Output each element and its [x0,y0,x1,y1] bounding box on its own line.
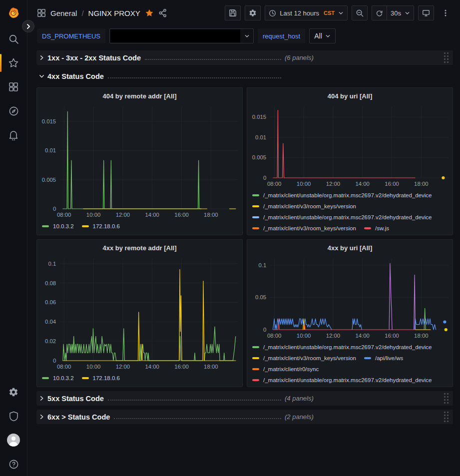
legend-series-name: 172.18.0.6 [93,221,120,232]
refresh-button[interactable] [372,5,387,20]
sidebar-item-security[interactable] [0,404,27,428]
sidebar-item-search[interactable] [0,27,27,51]
legend-series-name: /_matrix/client/v3/room_keys/version [263,353,356,364]
dashboards-grid-icon[interactable] [37,8,46,17]
legend-series-swatch [252,357,259,359]
legend-item[interactable]: /_matrix/client/r0/sync [252,364,319,375]
sidebar-item-settings[interactable] [0,380,27,404]
expand-sidebar-button[interactable] [22,20,34,32]
datasource-variable-label[interactable]: DS_PROMETHEUS [37,28,105,43]
time-range-picker[interactable]: Last 12 hours CST [265,5,348,20]
legend-item[interactable]: /_matrix/client/v3/room_keys/version [252,201,356,212]
panel-title[interactable]: 404 by uri [All] [247,88,453,104]
legend-series-swatch [42,225,49,227]
legend-series-name: /_matrix/client/unstable/org.matrix.msc2… [263,375,432,385]
svg-text:0: 0 [53,206,56,212]
svg-text:0: 0 [53,358,56,364]
legend-item[interactable]: /_matrix/client/v3/room_keys/version [252,353,356,364]
legend-series-name: 10.0.3.2 [53,221,74,232]
share-icon[interactable] [158,8,167,17]
nav-sidebar [0,0,27,476]
row-toggle[interactable]: 6xx > Status Code [39,413,285,421]
row-toggle[interactable]: 5xx Status Code [39,395,285,403]
sidebar-item-explore[interactable] [0,99,27,123]
clock-icon [269,9,276,17]
sidebar-item-alerting[interactable] [0,123,27,147]
legend-item[interactable]: /sw.js [364,223,389,233]
dashboard-variables-row: DS_PROMETHEUS request_host All [28,26,460,48]
legend-item[interactable]: 172.18.0.6 [82,221,120,232]
svg-text:0.05: 0.05 [255,295,266,301]
row-4xx[interactable]: 4xx Status Code [36,69,453,83]
svg-text:08:00: 08:00 [57,212,71,218]
dashboard-content: 1xx - 3xx - 2xx Status Code (6 panels) 4… [28,48,460,424]
legend-item[interactable]: /_matrix/client/unstable/org.matrix.msc2… [252,375,432,385]
row-drag-handle[interactable] [443,51,450,64]
timezone-label: CST [324,10,335,16]
svg-text:16:00: 16:00 [385,181,399,187]
svg-text:14:00: 14:00 [355,333,369,339]
compass-icon [8,106,19,116]
svg-text:16:00: 16:00 [174,364,188,370]
timeseries-plot[interactable]: 00.0050.010.01508:0010:0012:0014:0016:00… [247,104,453,189]
panel-title[interactable]: 404 by remote addr [All] [37,88,242,104]
row-drag-handle[interactable] [443,392,450,405]
svg-text:10:00: 10:00 [86,212,100,218]
request-host-select[interactable]: All [309,28,336,43]
svg-text:18:00: 18:00 [204,212,218,218]
sidebar-item-profile[interactable] [0,428,27,452]
datasource-select[interactable] [109,28,254,43]
row-6xx[interactable]: 6xx > Status Code (2 panels) [36,410,453,424]
legend-item[interactable]: /_matrix/client/unstable/org.matrix.msc2… [252,342,432,353]
panel-title[interactable]: 4xx by uri [All] [247,240,453,256]
legend-item[interactable]: /_matrix/client/unstable/org.matrix.msc2… [252,190,432,201]
row-dotted-leader [145,55,281,60]
favorite-star-icon[interactable] [145,8,154,17]
save-dashboard-button[interactable] [225,5,241,20]
legend-series-name: 10.0.3.2 [53,373,74,384]
timeseries-plot[interactable]: 00.0050.010.01508:0010:0012:0014:0016:00… [37,104,242,220]
timeseries-plot[interactable]: 00.020.040.060.080.108:0010:0012:0014:00… [37,256,242,372]
row-toggle[interactable]: 1xx - 3xx - 2xx Status Code [39,54,285,62]
legend-item[interactable]: 10.0.3.2 [42,221,74,232]
panel-title[interactable]: 4xx by remote addr [All] [37,240,242,256]
zoom-out-button[interactable] [352,5,368,20]
legend-item[interactable]: 10.0.3.2 [42,373,74,384]
row-drag-handle[interactable] [443,411,450,424]
sidebar-item-help[interactable] [0,452,27,476]
breadcrumb-dashboard-title[interactable]: NGINX PROXY [88,9,140,17]
legend-item[interactable]: /_matrix/client/v3/room_keys/version [252,223,356,233]
sidebar-item-starred[interactable] [0,51,27,75]
chevron-down-icon [325,33,331,39]
row-5xx[interactable]: 5xx Status Code (4 panels) [36,391,453,406]
dashboard-settings-button[interactable] [245,5,261,20]
legend-item[interactable]: 172.18.0.6 [82,373,120,384]
search-icon [8,34,19,44]
refresh-interval-dropdown[interactable]: 30s [387,5,414,20]
timeseries-plot[interactable]: 00.050.108:0010:0012:0014:0016:0018:00 [247,256,453,341]
dashboards-icon [8,82,18,92]
svg-text:0.005: 0.005 [252,155,266,161]
sidebar-item-dashboards[interactable] [0,75,27,99]
chevron-down-icon [240,29,253,43]
more-options-button[interactable] [438,5,453,20]
refresh-icon [376,9,383,17]
cycle-view-mode-button[interactable] [418,5,434,20]
breadcrumb-folder[interactable]: General [50,9,77,17]
svg-text:0.06: 0.06 [45,300,56,306]
panels-grid: 404 by remote addr [All]00.0050.010.0150… [36,87,453,387]
legend-item[interactable]: /_matrix/client/unstable/org.matrix.msc2… [252,212,432,223]
request-host-variable-label[interactable]: request_host [258,28,305,43]
legend-item[interactable]: /api/live/ws [364,353,403,364]
legend-series-swatch [42,377,49,379]
refresh-interval-label: 30s [391,9,401,17]
legend-series-name: /_matrix/client/r0/sync [263,364,319,375]
svg-text:12:00: 12:00 [326,181,340,187]
panel-legend: /_matrix/client/unstable/org.matrix.msc2… [247,341,453,385]
row-toggle[interactable]: 4xx Status Code [39,72,285,80]
row-1xx-3xx-2xx[interactable]: 1xx - 3xx - 2xx Status Code (6 panels) [36,50,453,65]
chart-panel-1: 404 by uri [All]00.0050.010.01508:0010:0… [247,87,453,235]
chevron-right-icon [39,396,44,401]
svg-text:18:00: 18:00 [414,181,428,187]
legend-series-swatch [252,227,259,229]
